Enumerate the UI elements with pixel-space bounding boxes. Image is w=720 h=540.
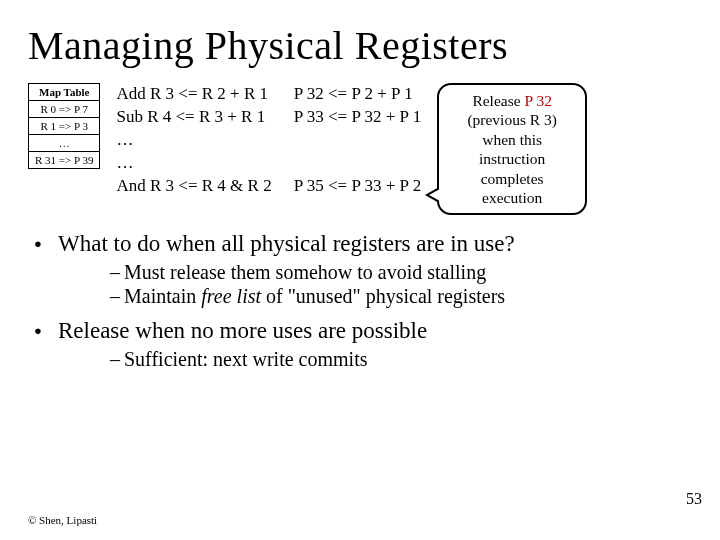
code-line: … bbox=[116, 129, 271, 152]
renamed-line: P 32 <= P 2 + P 1 bbox=[294, 83, 421, 106]
callout-text: execution bbox=[449, 188, 575, 207]
code-column: Add R 3 <= R 2 + R 1 Sub R 4 <= R 3 + R … bbox=[116, 83, 271, 198]
callout-text: Release bbox=[472, 92, 524, 109]
map-table-row: … bbox=[29, 135, 100, 152]
callout-text: instruction bbox=[449, 149, 575, 168]
page-number: 53 bbox=[686, 490, 702, 508]
sub-bullet-list: –Must release them somehow to avoid stal… bbox=[58, 261, 692, 308]
callout-text: when this bbox=[449, 130, 575, 149]
copyright: © Shen, Lipasti bbox=[28, 514, 97, 526]
example-row: Map Table R 0 => P 7 R 1 => P 3 … R 31 =… bbox=[28, 83, 692, 215]
renamed-line: P 35 <= P 33 + P 2 bbox=[294, 175, 421, 198]
slide-title: Managing Physical Registers bbox=[28, 22, 692, 69]
release-callout: Release P 32 (previous R 3) when this in… bbox=[437, 83, 587, 215]
sub-bullet-item: –Must release them somehow to avoid stal… bbox=[58, 261, 692, 284]
bullet-text: Release when no more uses are possible bbox=[58, 318, 427, 343]
callout-register: P 32 bbox=[524, 92, 551, 109]
callout-wrap: Release P 32 (previous R 3) when this in… bbox=[437, 83, 587, 215]
sub-bullet-text: Sufficient: next write commits bbox=[124, 348, 367, 370]
map-table: Map Table R 0 => P 7 R 1 => P 3 … R 31 =… bbox=[28, 83, 100, 169]
sub-bullet-item: –Maintain free list of "unused" physical… bbox=[58, 285, 692, 308]
renamed-line bbox=[294, 152, 421, 175]
bullet-list: What to do when all physical registers a… bbox=[28, 231, 692, 371]
bullet-item: What to do when all physical registers a… bbox=[28, 231, 692, 308]
code-line: … bbox=[116, 152, 271, 175]
sub-bullet-text: Must release them somehow to avoid stall… bbox=[124, 261, 486, 283]
free-list-term: free list bbox=[201, 285, 261, 307]
renamed-line bbox=[294, 129, 421, 152]
code-line: And R 3 <= R 4 & R 2 bbox=[116, 175, 271, 198]
sub-bullet-text: Maintain bbox=[124, 285, 201, 307]
bullet-text: What to do when all physical registers a… bbox=[58, 231, 515, 256]
code-line: Add R 3 <= R 2 + R 1 bbox=[116, 83, 271, 106]
bullet-item: Release when no more uses are possible –… bbox=[28, 318, 692, 371]
map-table-header: Map Table bbox=[29, 84, 100, 101]
callout-text: completes bbox=[449, 169, 575, 188]
callout-text: (previous R 3) bbox=[449, 110, 575, 129]
renamed-line: P 33 <= P 32 + P 1 bbox=[294, 106, 421, 129]
sub-bullet-list: –Sufficient: next write commits bbox=[58, 348, 692, 371]
renamed-column: P 32 <= P 2 + P 1 P 33 <= P 32 + P 1 P 3… bbox=[294, 83, 421, 198]
code-line: Sub R 4 <= R 3 + R 1 bbox=[116, 106, 271, 129]
map-table-row: R 1 => P 3 bbox=[29, 118, 100, 135]
sub-bullet-item: –Sufficient: next write commits bbox=[58, 348, 692, 371]
map-table-row: R 31 => P 39 bbox=[29, 152, 100, 169]
map-table-row: R 0 => P 7 bbox=[29, 101, 100, 118]
sub-bullet-text: of "unused" physical registers bbox=[261, 285, 505, 307]
